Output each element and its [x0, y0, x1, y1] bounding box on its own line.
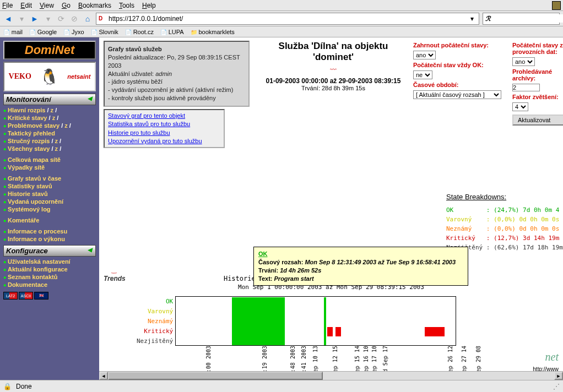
- flag-en[interactable]: 🇬🇧: [34, 292, 48, 300]
- select-oper-data[interactable]: ano: [512, 57, 535, 66]
- browser-toolbar: ◄ ▾ ► ▾ ⟳ ⊘ ⌂ D ▾ ℛ: [0, 11, 563, 26]
- input-archives[interactable]: [512, 84, 540, 91]
- browser-statusbar: 🔒 Done ⋰: [0, 380, 563, 392]
- chart-plot[interactable]: [175, 296, 456, 346]
- netsaint-footer-logo: net: [545, 351, 559, 363]
- bookmark-jyxo[interactable]: Jyxo: [63, 29, 84, 35]
- select-initial-states[interactable]: ano: [413, 51, 436, 59]
- lock-icon: 🔒: [3, 383, 12, 390]
- sidebar-item[interactable]: Všechny stavy / z /: [3, 145, 96, 153]
- horizontal-scrollbar[interactable]: ◄ ►: [99, 371, 563, 380]
- sidebar-item[interactable]: Informace o procesu: [3, 227, 96, 235]
- url-dropdown[interactable]: ▾: [468, 15, 477, 23]
- browser-logo-icon: [552, 1, 561, 10]
- sidebar-item[interactable]: Celková mapa sítě: [3, 156, 96, 164]
- bookmark-google[interactable]: Google: [29, 29, 57, 35]
- app-logo: DomiNet: [3, 41, 96, 59]
- forward-dropdown[interactable]: ▾: [43, 14, 53, 24]
- tooltip-state: OK: [258, 250, 463, 258]
- bookmark-mail[interactable]: mail: [3, 29, 23, 35]
- link-alerts[interactable]: Upozornění vydaná pro tuto službu: [108, 137, 220, 145]
- wave-icon: 〰: [259, 66, 408, 74]
- scroll-right-button[interactable]: ►: [554, 372, 563, 380]
- sidebar-item[interactable]: Komentáře: [3, 216, 96, 224]
- sidebar-item[interactable]: Uživatelská nastavení: [3, 258, 96, 265]
- select-initial-ok[interactable]: ne: [413, 70, 432, 79]
- url-input[interactable]: [109, 15, 468, 23]
- sidebar-item[interactable]: Grafy stavů v čase: [3, 175, 96, 182]
- sidebar-item[interactable]: Vydaná upozornění: [3, 198, 96, 205]
- chart-y-axis: OK Varovný Neznámý Kritický Nezjištěný: [137, 296, 175, 346]
- tooltip-text: Program start: [274, 275, 314, 282]
- menu-file[interactable]: File: [2, 2, 13, 9]
- search-icon: ℛ: [485, 15, 491, 23]
- menu-edit[interactable]: Edit: [20, 2, 32, 9]
- sidebar-item[interactable]: Stručný rozpis / z /: [3, 137, 96, 145]
- breakdown-row: Neznámý : (0,0%) 0d 0h 0m 0s: [446, 225, 563, 232]
- sidebar-item[interactable]: Informace o výkonu: [3, 235, 96, 243]
- sidebar-item[interactable]: Dokumentace: [3, 281, 96, 288]
- link-state-graph[interactable]: Stavový graf pro tento objekt: [108, 112, 220, 120]
- browser-menubar: File Edit View Go Bookmarks Tools Help: [0, 0, 563, 11]
- sidebar: DomiNet VEKO 🐧 netsaint Monitorování Hla…: [0, 37, 99, 380]
- flag-ascii[interactable]: ASCII: [19, 292, 33, 300]
- sidebar-item[interactable]: Systémový log: [3, 205, 96, 213]
- link-state-stats[interactable]: Statistika stavů pro tuto službu: [108, 120, 220, 128]
- bookmark-lupa[interactable]: LUPA: [160, 29, 184, 35]
- language-flags: LAT2 ASCII 🇬🇧: [3, 292, 96, 300]
- sidebar-item[interactable]: Statistiky stavů: [3, 182, 96, 190]
- service-range: 01-09-2003 00:00:00 až 29-09-2003 08:39:…: [259, 77, 408, 85]
- search-input[interactable]: [493, 14, 563, 23]
- menu-help[interactable]: Help: [142, 2, 156, 9]
- bookmark-rootcz[interactable]: Root.cz: [125, 29, 154, 35]
- info-updated: Poslední aktualizace: Po, 29 Sep 08:39:1…: [108, 53, 245, 70]
- chart-tooltip: OK Časový rozsah: Mon Sep 8 12:31:49 200…: [253, 247, 468, 286]
- link-history[interactable]: Historie pro tuto službu: [108, 129, 220, 137]
- flag-lat2[interactable]: LAT2: [3, 292, 18, 300]
- sidebar-item[interactable]: Výpadky sítě: [3, 164, 96, 171]
- veko-logo: VEKO: [9, 72, 31, 81]
- menu-go[interactable]: Go: [62, 2, 71, 9]
- resize-grip-icon: ⋰: [553, 383, 560, 390]
- menu-tools[interactable]: Tools: [119, 2, 134, 9]
- form-col-2: Počáteční stavy z provozních dat: ano Pr…: [512, 41, 563, 126]
- sidebar-item[interactable]: Kritické stavy / z /: [3, 114, 96, 122]
- netsaint-logo: netsaint: [67, 73, 90, 80]
- reload-button[interactable]: ⟳: [56, 14, 66, 24]
- sidebar-item[interactable]: Seznam kontaktů: [3, 273, 96, 281]
- sidebar-item[interactable]: Aktuální konfigurace: [3, 265, 96, 273]
- bookmark-bar: mail Google Jyxo Slovnik Root.cz LUPA bo…: [0, 26, 563, 37]
- menu-view[interactable]: View: [40, 2, 54, 9]
- back-button[interactable]: ◄: [3, 14, 13, 24]
- back-dropdown[interactable]: ▾: [17, 14, 26, 24]
- status-text: Done: [16, 383, 32, 390]
- home-button[interactable]: ⌂: [83, 14, 93, 24]
- bookmark-slovnik[interactable]: Slovnik: [91, 29, 118, 35]
- bookmark-folder-bookmarklets[interactable]: bookmarklets: [191, 29, 235, 35]
- select-time-range[interactable]: [ Aktuální časový rozsah ]: [413, 90, 501, 99]
- sidebar-item[interactable]: Problémové stavy / z /: [3, 122, 96, 129]
- menu-bookmarks[interactable]: Bookmarks: [78, 2, 111, 9]
- scroll-thumb[interactable]: [108, 372, 323, 380]
- section-config: Konfigurace: [3, 245, 96, 257]
- quick-links: Stavový graf pro tento objekt Statistika…: [104, 109, 225, 149]
- breakdown-row: OK : (24,7%) 7d 0h 0m 4: [446, 206, 563, 214]
- info-panel: Grafy stavů služeb Poslední aktualizace:…: [104, 41, 250, 107]
- sidebar-item[interactable]: Historie stavů: [3, 190, 96, 198]
- forward-button[interactable]: ►: [30, 14, 40, 24]
- breakdown-row: Varovný : (0,0%) 0d 0h 0m 0s: [446, 216, 563, 223]
- tooltip-duration: 1d 4h 26m 52s: [280, 267, 321, 274]
- content-area: Grafy stavů služeb Poslední aktualizace:…: [99, 37, 563, 380]
- info-user: admin: [155, 70, 172, 77]
- chart-container: 〰 Trends Historie stavů pro službu 'Díln…: [104, 275, 559, 380]
- service-duration: Trvání: 28d 8h 39m 15s: [259, 85, 408, 91]
- trends-label: Trends: [104, 275, 126, 282]
- scroll-left-button[interactable]: ◄: [99, 372, 108, 380]
- sidebar-item[interactable]: Hlavní rozpis / z /: [3, 106, 96, 114]
- site-icon: D: [99, 15, 106, 23]
- sidebar-item[interactable]: Taktický přehled: [3, 129, 96, 137]
- select-zoom[interactable]: 4: [512, 102, 528, 111]
- tooltip-range: Mon Sep 8 12:31:49 2003 až Tue Sep 9 16:…: [305, 259, 456, 265]
- stop-button[interactable]: ⊘: [69, 14, 79, 24]
- update-button[interactable]: Aktualizovat: [512, 115, 563, 126]
